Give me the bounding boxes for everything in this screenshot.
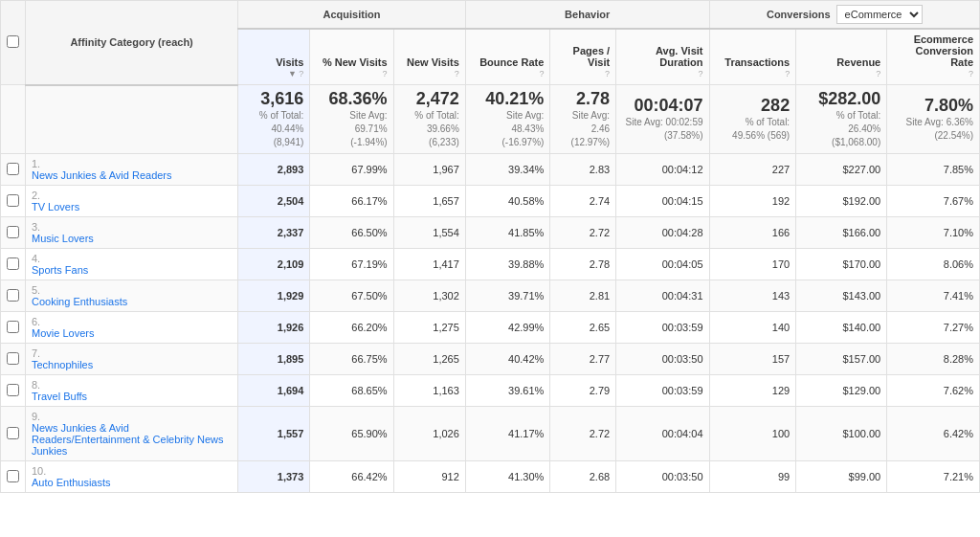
row-checkbox-4[interactable] (7, 289, 19, 302)
row-pages-visit-8: 2.72 (550, 407, 616, 461)
row-checkbox-8[interactable] (7, 427, 19, 439)
row-ecommerce-rate-2: 7.10% (887, 217, 980, 249)
row-checkbox-3[interactable] (7, 257, 19, 270)
row-category-link-2[interactable]: Music Lovers (32, 233, 232, 244)
row-category-link-8[interactable]: News Junkies & Avid Readers/Entertainmen… (32, 422, 232, 457)
row-num-9: 10. (32, 465, 46, 477)
pct-new-visits-col-header[interactable]: % New Visits ? (310, 29, 393, 85)
row-bounce-rate-9: 41.30% (465, 461, 550, 493)
row-category-3: 4. Sports Fans (26, 249, 238, 280)
row-revenue-9: $99.00 (796, 461, 887, 493)
row-checkbox-cell-0[interactable] (1, 154, 26, 186)
row-category-link-3[interactable]: Sports Fans (32, 264, 232, 276)
header-checkbox[interactable] (7, 35, 19, 48)
totals-checkbox-cell (1, 85, 26, 154)
avg-visit-duration-col-header[interactable]: Avg. Visit Duration ? (616, 29, 709, 85)
row-checkbox-cell-4[interactable] (1, 280, 26, 312)
totals-transactions: 282 % of Total: 49.56% (569) (709, 85, 796, 154)
row-revenue-6: $157.00 (796, 344, 887, 375)
row-category-link-0[interactable]: News Junkies & Avid Readers (32, 169, 232, 181)
row-checkbox-9[interactable] (7, 470, 19, 482)
row-category-link-9[interactable]: Auto Enthusiasts (32, 477, 232, 488)
visits-col-header[interactable]: Visits ▼ ? (238, 29, 310, 85)
row-category-link-1[interactable]: TV Lovers (32, 201, 232, 213)
row-revenue-2: $166.00 (796, 217, 887, 249)
row-ecommerce-rate-8: 6.42% (887, 407, 980, 461)
row-transactions-7: 129 (709, 375, 796, 407)
ecommerce-rate-col-header[interactable]: Ecommerce Conversion Rate ? (887, 29, 980, 85)
pages-visit-col-header[interactable]: Pages / Visit ? (550, 29, 616, 85)
row-checkbox-6[interactable] (7, 352, 19, 365)
row-pct-new-visits-8: 65.90% (310, 407, 393, 461)
table-row: 2. TV Lovers 2,504 66.17% 1,657 40.58% 2… (1, 186, 980, 217)
bounce-rate-col-header[interactable]: Bounce Rate ? (465, 29, 550, 85)
row-pages-visit-2: 2.72 (550, 217, 616, 249)
row-pct-new-visits-7: 68.65% (310, 375, 393, 407)
row-bounce-rate-0: 39.34% (465, 154, 550, 186)
row-new-visits-0: 1,967 (393, 154, 465, 186)
row-checkbox-cell-8[interactable] (1, 407, 26, 461)
row-checkbox-cell-3[interactable] (1, 249, 26, 280)
row-checkbox-cell-2[interactable] (1, 217, 26, 249)
row-checkbox-0[interactable] (7, 163, 19, 175)
row-category-1: 2. TV Lovers (26, 186, 238, 217)
row-num-1: 2. (32, 190, 40, 201)
row-avg-visit-duration-6: 00:03:50 (616, 344, 709, 375)
row-transactions-0: 227 (709, 154, 796, 186)
row-visits-6: 1,895 (238, 344, 310, 375)
row-checkbox-7[interactable] (7, 384, 19, 396)
row-pct-new-visits-5: 66.20% (310, 312, 393, 344)
row-pct-new-visits-2: 66.50% (310, 217, 393, 249)
row-checkbox-cell-7[interactable] (1, 375, 26, 407)
row-checkbox-5[interactable] (7, 321, 19, 333)
row-visits-5: 1,926 (238, 312, 310, 344)
row-pct-new-visits-3: 67.19% (310, 249, 393, 280)
row-pages-visit-9: 2.68 (550, 461, 616, 493)
totals-visits: 3,616 % of Total: 40.44% (8,941) (238, 85, 310, 154)
row-category-link-4[interactable]: Cooking Enthusiasts (32, 296, 232, 307)
row-category-0: 1. News Junkies & Avid Readers (26, 154, 238, 186)
row-revenue-1: $192.00 (796, 186, 887, 217)
row-checkbox-cell-6[interactable] (1, 344, 26, 375)
row-num-3: 4. (32, 253, 40, 264)
row-new-visits-2: 1,554 (393, 217, 465, 249)
table-row: 1. News Junkies & Avid Readers 2,893 67.… (1, 154, 980, 186)
revenue-col-header[interactable]: Revenue ? (796, 29, 887, 85)
row-transactions-6: 157 (709, 344, 796, 375)
row-category-link-6[interactable]: Technophiles (32, 359, 232, 370)
row-num-7: 8. (32, 379, 40, 391)
row-checkbox-cell-5[interactable] (1, 312, 26, 344)
row-category-link-5[interactable]: Movie Lovers (32, 327, 232, 339)
row-category-7: 8. Travel Buffs (26, 375, 238, 407)
totals-pct-new-visits: 68.36% Site Avg: 69.71% (-1.94%) (310, 85, 393, 154)
new-visits-col-header[interactable]: New Visits ? (393, 29, 465, 85)
row-new-visits-8: 1,026 (393, 407, 465, 461)
row-revenue-5: $140.00 (796, 312, 887, 344)
row-checkbox-cell-1[interactable] (1, 186, 26, 217)
row-checkbox-cell-9[interactable] (1, 461, 26, 493)
row-num-8: 9. (32, 411, 40, 422)
transactions-col-header[interactable]: Transactions ? (709, 29, 796, 85)
ecommerce-dropdown[interactable]: eCommerce (836, 5, 923, 24)
row-checkbox-1[interactable] (7, 194, 19, 207)
row-num-5: 6. (32, 316, 40, 327)
row-bounce-rate-1: 40.58% (465, 186, 550, 217)
row-ecommerce-rate-9: 7.21% (887, 461, 980, 493)
row-pages-visit-0: 2.83 (550, 154, 616, 186)
row-visits-7: 1,694 (238, 375, 310, 407)
totals-ecommerce-rate: 7.80% Site Avg: 6.36% (22.54%) (887, 85, 980, 154)
row-ecommerce-rate-3: 8.06% (887, 249, 980, 280)
row-ecommerce-rate-6: 8.28% (887, 344, 980, 375)
row-category-6: 7. Technophiles (26, 344, 238, 375)
row-new-visits-5: 1,275 (393, 312, 465, 344)
row-num-6: 7. (32, 347, 40, 359)
row-pages-visit-4: 2.81 (550, 280, 616, 312)
row-new-visits-4: 1,302 (393, 280, 465, 312)
row-checkbox-2[interactable] (7, 226, 19, 238)
row-pct-new-visits-0: 67.99% (310, 154, 393, 186)
row-bounce-rate-5: 42.99% (465, 312, 550, 344)
row-category-link-7[interactable]: Travel Buffs (32, 391, 232, 402)
select-all-checkbox[interactable] (1, 1, 26, 85)
row-new-visits-6: 1,265 (393, 344, 465, 375)
row-bounce-rate-4: 39.71% (465, 280, 550, 312)
